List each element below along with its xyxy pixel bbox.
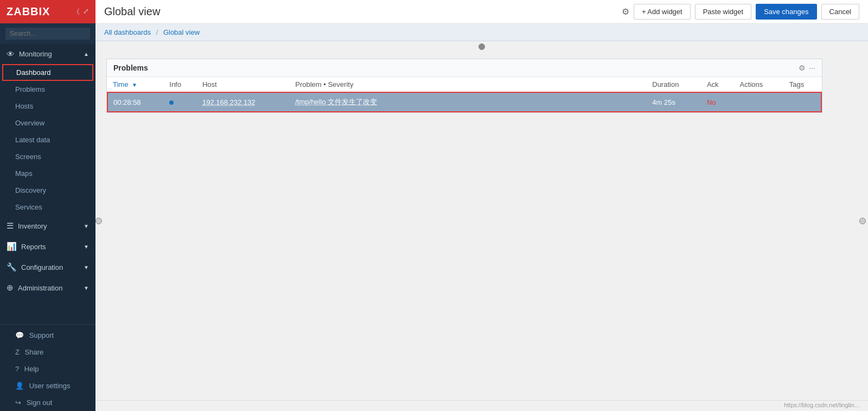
col-host: Host (197, 77, 290, 92)
sidebar-item-problems[interactable]: Problems (0, 81, 95, 98)
chevron-down-icon3: ▼ (84, 264, 89, 270)
sidebar-item-help[interactable]: ? Help (0, 361, 95, 377)
inventory-label: Inventory (18, 222, 47, 230)
add-widget-button[interactable]: + Add widget (634, 4, 691, 20)
sidebar-item-support[interactable]: 💬 Support (0, 327, 95, 344)
cancel-button[interactable]: Cancel (821, 4, 859, 20)
sidebar-controls: 《 ⤢ (73, 7, 89, 17)
col-duration: Duration (647, 77, 701, 92)
administration-icon: ⊕ (7, 283, 14, 293)
sidebar: ZABBIX 《 ⤢ 👁 Monitoring ▲ Dashboard Prob… (0, 0, 95, 411)
sidebar-item-hosts[interactable]: Hosts (0, 98, 95, 115)
paste-widget-button[interactable]: Paste widget (695, 4, 751, 20)
chevron-down-icon: ▼ (84, 223, 89, 229)
widget-title: Problems (113, 64, 148, 72)
breadcrumb-all-dashboards[interactable]: All dashboards (104, 28, 151, 36)
breadcrumb-separator: / (156, 28, 158, 36)
settings-icon[interactable]: ⚙ (622, 7, 629, 17)
collapse-icon[interactable]: 《 (73, 7, 80, 17)
topbar: Global view ⚙ + Add widget Paste widget … (95, 0, 868, 24)
dashboard-area: Problems ⚙ ··· Time ▼ Info (95, 41, 868, 400)
sidebar-section-inventory[interactable]: ☰ Inventory ▼ (0, 216, 95, 236)
col-ack: Ack (701, 77, 735, 92)
col-actions: Actions (735, 77, 784, 92)
sidebar-item-latest-data[interactable]: Latest data (0, 131, 95, 148)
sidebar-section-configuration[interactable]: 🔧 Configuration ▼ (0, 257, 95, 277)
sidebar-section-monitoring[interactable]: 👁 Monitoring ▲ (0, 44, 95, 64)
reports-label: Reports (21, 243, 46, 251)
col-tags: Tags (784, 77, 821, 92)
time-link[interactable]: 00:28:58 (113, 98, 141, 106)
main-content: Global view ⚙ + Add widget Paste widget … (95, 0, 868, 411)
topbar-actions: ⚙ + Add widget Paste widget Save changes… (622, 4, 859, 20)
sidebar-item-overview[interactable]: Overview (0, 115, 95, 131)
widget-more-icon[interactable]: ··· (809, 64, 815, 72)
expand-icon[interactable]: ⤢ (83, 7, 89, 17)
sidebar-item-dashboard[interactable]: Dashboard (2, 64, 93, 81)
help-icon: ? (15, 365, 19, 373)
sidebar-item-sign-out[interactable]: ↪ Sign out (0, 394, 95, 411)
chevron-up-icon: ▲ (84, 51, 89, 57)
page-title: Global view (104, 5, 160, 18)
col-problem: Problem • Severity (290, 77, 647, 92)
save-changes-button[interactable]: Save changes (756, 4, 816, 20)
chevron-down-icon4: ▼ (84, 285, 89, 291)
problems-table: Time ▼ Info Host Problem • Severity (107, 77, 822, 112)
widget-controls: ⚙ ··· (799, 64, 815, 72)
col-time[interactable]: Time ▼ (107, 77, 164, 92)
cell-actions (735, 92, 784, 112)
cell-problem: /tmp/hello 文件发生了改变 (290, 92, 647, 112)
sidebar-item-user-settings[interactable]: 👤 User settings (0, 377, 95, 394)
problems-widget: Problems ⚙ ··· Time ▼ Info (106, 59, 822, 113)
status-url: https://blog.csdn.net/linglin... (784, 402, 859, 408)
breadcrumb: All dashboards / Global view (95, 24, 868, 41)
cell-host: 192.168.232.132 (197, 92, 290, 112)
drag-handle-top[interactable] (478, 43, 485, 50)
monitoring-items: Dashboard Problems Hosts Overview Latest… (0, 64, 95, 216)
table-header-row: Time ▼ Info Host Problem • Severity (107, 77, 821, 92)
sidebar-item-screens[interactable]: Screens (0, 148, 95, 165)
chevron-down-icon2: ▼ (84, 244, 89, 250)
sidebar-item-discovery[interactable]: Discovery (0, 182, 95, 199)
monitoring-icon: 👁 (7, 49, 15, 59)
configuration-icon: 🔧 (7, 262, 17, 272)
sidebar-item-services[interactable]: Services (0, 199, 95, 216)
sign-out-icon: ↪ (15, 399, 21, 407)
breadcrumb-current[interactable]: Global view (163, 28, 200, 36)
widget-settings-icon[interactable]: ⚙ (799, 64, 806, 72)
inventory-icon: ☰ (7, 221, 14, 231)
logo-area[interactable]: ZABBIX 《 ⤢ (0, 0, 95, 23)
sort-arrow: ▼ (132, 82, 137, 88)
col-info: Info (164, 77, 197, 92)
sidebar-section-reports[interactable]: 📊 Reports ▼ (0, 236, 95, 257)
logo-text: ZABBIX (7, 5, 50, 18)
drag-handle-left[interactable] (95, 218, 102, 224)
search-input[interactable] (5, 28, 90, 40)
cell-tags (784, 92, 821, 112)
cell-time: 00:28:58 (107, 92, 164, 112)
host-link[interactable]: 192.168.232.132 (202, 98, 256, 106)
drag-handle-right[interactable] (859, 218, 866, 224)
sidebar-section-administration[interactable]: ⊕ Administration ▼ (0, 277, 95, 298)
user-icon: 👤 (15, 382, 24, 390)
problem-link[interactable]: /tmp/hello 文件发生了改变 (295, 98, 377, 106)
sidebar-divider (0, 324, 95, 325)
cell-duration: 4m 25s (647, 92, 701, 112)
monitoring-label: Monitoring (19, 50, 52, 58)
cell-ack: No (701, 92, 735, 112)
share-icon: Z (15, 348, 20, 356)
statusbar: https://blog.csdn.net/linglin... (95, 400, 868, 411)
cell-info (164, 92, 197, 112)
administration-label: Administration (18, 284, 62, 292)
reports-icon: 📊 (7, 242, 17, 251)
ack-status: No (707, 98, 716, 106)
widget-header: Problems ⚙ ··· (107, 59, 822, 77)
table-row[interactable]: 00:28:58 192.168.232.132 /tmp/hello 文件发生… (107, 92, 821, 112)
sidebar-search-area (0, 23, 95, 44)
sidebar-item-maps[interactable]: Maps (0, 165, 95, 182)
configuration-label: Configuration (21, 263, 63, 271)
sidebar-item-share[interactable]: Z Share (0, 344, 95, 361)
info-dot-icon (169, 100, 174, 105)
support-icon: 💬 (15, 331, 24, 339)
